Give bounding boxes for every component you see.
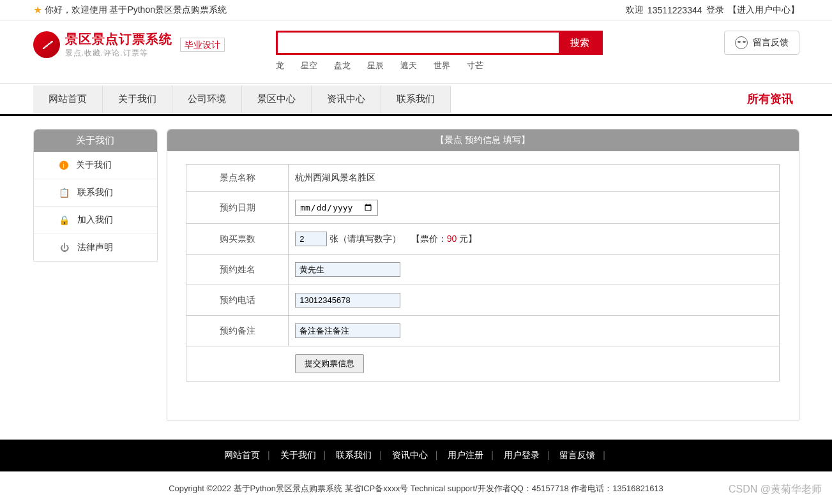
login-status: 登录 xyxy=(706,4,724,16)
footer-link-news[interactable]: 资讯中心 xyxy=(392,450,428,460)
search-hot-tags: 龙 星空 盘龙 星辰 遮天 世界 寸芒 xyxy=(276,60,711,71)
nav-about[interactable]: 关于我们 xyxy=(103,85,172,113)
price-prefix: 【票价： xyxy=(411,233,447,244)
nav-environment[interactable]: 公司环境 xyxy=(172,85,242,113)
sidebar-item-join[interactable]: 🔒 加入我们 xyxy=(34,207,157,234)
footer-nav: 网站首页| 关于我们| 联系我们| 资讯中心| 用户注册| 用户登录| 留言反馈… xyxy=(0,440,832,471)
date-label: 预约日期 xyxy=(186,192,289,224)
name-input[interactable] xyxy=(295,262,400,277)
logo-title: 景区景点订票系统 xyxy=(65,31,172,48)
nav-home[interactable]: 网站首页 xyxy=(33,85,103,113)
content-panel: 【景点 预约信息 填写】 景点名称 杭州西湖风景名胜区 预约日期 购买票数 张（… xyxy=(167,129,799,420)
logo-badge: 毕业设计 xyxy=(180,38,225,52)
nav-contact[interactable]: 联系我们 xyxy=(381,85,451,113)
sidebar-header: 关于我们 xyxy=(34,130,157,152)
logo-area[interactable]: ⟋ 景区景点订票系统 景点.收藏.评论.订票等 毕业设计 xyxy=(33,31,225,59)
main-content: 关于我们 i 关于我们 📋 联系我们 🔒 加入我们 ⏻ 法律声明 【景点 预约信… xyxy=(33,129,799,420)
lock-icon: 🔒 xyxy=(59,215,70,225)
top-bar: ★ 你好，欢迎使用 基于Python景区景点购票系统 欢迎 1351122334… xyxy=(0,0,832,20)
feedback-button[interactable]: 留言反馈 xyxy=(724,31,799,55)
footer-link-contact[interactable]: 联系我们 xyxy=(336,450,372,460)
search-area: 搜索 龙 星空 盘龙 星辰 遮天 世界 寸芒 xyxy=(276,31,711,71)
copyright: Copyright ©2022 基于Python景区景点购票系统 某省ICP备x… xyxy=(0,471,832,504)
welcome-label: 欢迎 xyxy=(626,4,644,16)
headset-icon xyxy=(735,36,748,49)
nav-all-news[interactable]: 所有资讯 xyxy=(741,84,799,114)
sidebar: 关于我们 i 关于我们 📋 联系我们 🔒 加入我们 ⏻ 法律声明 xyxy=(33,129,158,262)
welcome-message: ★ 你好，欢迎使用 基于Python景区景点购票系统 xyxy=(33,4,227,16)
clipboard-icon: 📋 xyxy=(59,188,70,198)
phone-input[interactable] xyxy=(295,293,400,308)
qty-label: 购买票数 xyxy=(186,224,289,255)
footer-link-register[interactable]: 用户注册 xyxy=(448,450,483,460)
search-tag[interactable]: 寸芒 xyxy=(467,60,483,71)
nav-wrap: 网站首页 关于我们 公司环境 景区中心 资讯中心 联系我们 所有资讯 xyxy=(0,83,832,116)
footer-link-home[interactable]: 网站首页 xyxy=(224,450,260,460)
search-tag[interactable]: 世界 xyxy=(434,60,450,71)
welcome-text: 你好，欢迎使用 基于Python景区景点购票系统 xyxy=(45,4,227,16)
submit-button[interactable]: 提交购票信息 xyxy=(295,354,364,373)
search-input[interactable] xyxy=(278,33,559,53)
search-tag[interactable]: 星辰 xyxy=(367,60,384,71)
feedback-area: 留言反馈 xyxy=(724,31,799,55)
info-icon: i xyxy=(59,161,68,170)
name-label: 预约姓名 xyxy=(186,255,289,285)
panel-header: 【景点 预约信息 填写】 xyxy=(167,130,799,151)
sidebar-item-label: 加入我们 xyxy=(77,214,113,226)
sidebar-item-label: 法律声明 xyxy=(77,242,113,253)
remark-input[interactable] xyxy=(295,323,400,338)
sidebar-item-legal[interactable]: ⏻ 法律声明 xyxy=(34,234,157,261)
spot-name-label: 景点名称 xyxy=(186,165,289,192)
header: ⟋ 景区景点订票系统 景点.收藏.评论.订票等 毕业设计 搜索 龙 星空 盘龙 … xyxy=(33,20,799,77)
nav-news[interactable]: 资讯中心 xyxy=(312,85,381,113)
search-tag[interactable]: 星空 xyxy=(301,60,317,71)
main-nav: 网站首页 关于我们 公司环境 景区中心 资讯中心 联系我们 所有资讯 xyxy=(33,84,799,114)
price-unit: 元】 xyxy=(457,233,477,244)
spot-name-value: 杭州西湖风景名胜区 xyxy=(289,165,780,192)
search-box: 搜索 xyxy=(276,31,603,55)
sidebar-item-label: 关于我们 xyxy=(76,159,112,171)
user-phone: 13511223344 xyxy=(647,5,702,15)
search-tag[interactable]: 遮天 xyxy=(400,60,417,71)
search-tag[interactable]: 盘龙 xyxy=(334,60,351,71)
remark-label: 预约备注 xyxy=(186,316,289,346)
logo-icon: ⟋ xyxy=(33,31,60,58)
footer-link-about[interactable]: 关于我们 xyxy=(280,450,316,460)
user-center-link[interactable]: 【进入用户中心】 xyxy=(728,4,799,16)
search-button[interactable]: 搜索 xyxy=(559,33,601,53)
logo-subtitle: 景点.收藏.评论.订票等 xyxy=(65,48,172,59)
sidebar-item-label: 联系我们 xyxy=(77,187,113,198)
footer-link-login[interactable]: 用户登录 xyxy=(504,450,540,460)
footer-link-feedback[interactable]: 留言反馈 xyxy=(559,450,595,460)
sidebar-item-about[interactable]: i 关于我们 xyxy=(34,152,157,179)
booking-form: 景点名称 杭州西湖风景名胜区 预约日期 购买票数 张（请填写数字） 【票价：90… xyxy=(186,164,780,382)
top-right-area: 欢迎 13511223344 登录 【进入用户中心】 xyxy=(626,4,799,16)
power-icon: ⏻ xyxy=(59,242,70,253)
search-tag[interactable]: 龙 xyxy=(276,60,284,71)
qty-suffix: 张（请填写数字） xyxy=(329,233,401,244)
star-icon: ★ xyxy=(33,4,42,16)
date-input[interactable] xyxy=(295,200,378,216)
price-value: 90 xyxy=(447,233,457,244)
sidebar-item-contact[interactable]: 📋 联系我们 xyxy=(34,179,157,207)
nav-scenic[interactable]: 景区中心 xyxy=(242,85,312,113)
qty-input[interactable] xyxy=(295,232,327,246)
feedback-label: 留言反馈 xyxy=(753,37,789,48)
phone-label: 预约电话 xyxy=(186,285,289,316)
